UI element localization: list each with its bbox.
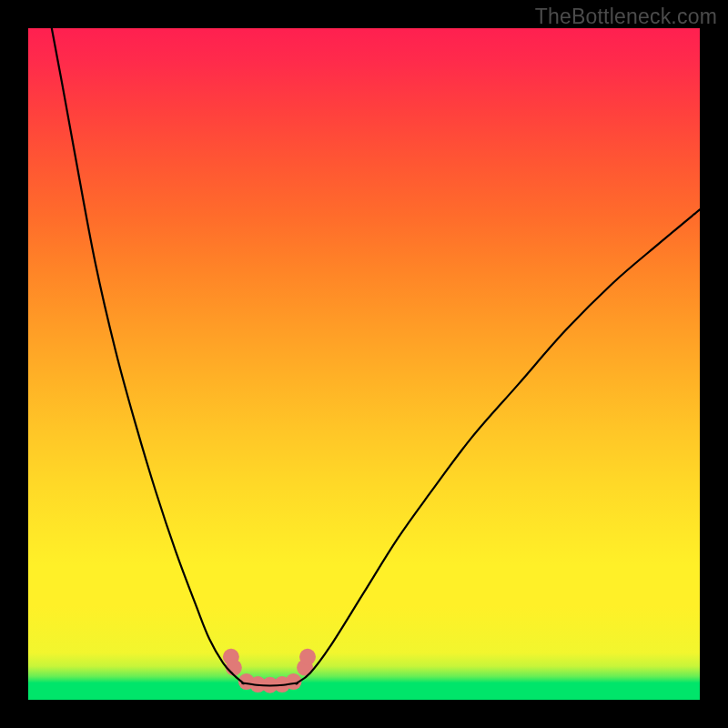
marker-dot — [226, 660, 242, 676]
curve-layer — [28, 28, 700, 700]
bottleneck-curve — [52, 28, 700, 686]
watermark-text: TheBottleneck.com — [535, 5, 717, 29]
marker-dot — [299, 649, 316, 665]
plot-area — [28, 28, 700, 700]
outer-frame: TheBottleneck.com — [0, 0, 728, 728]
